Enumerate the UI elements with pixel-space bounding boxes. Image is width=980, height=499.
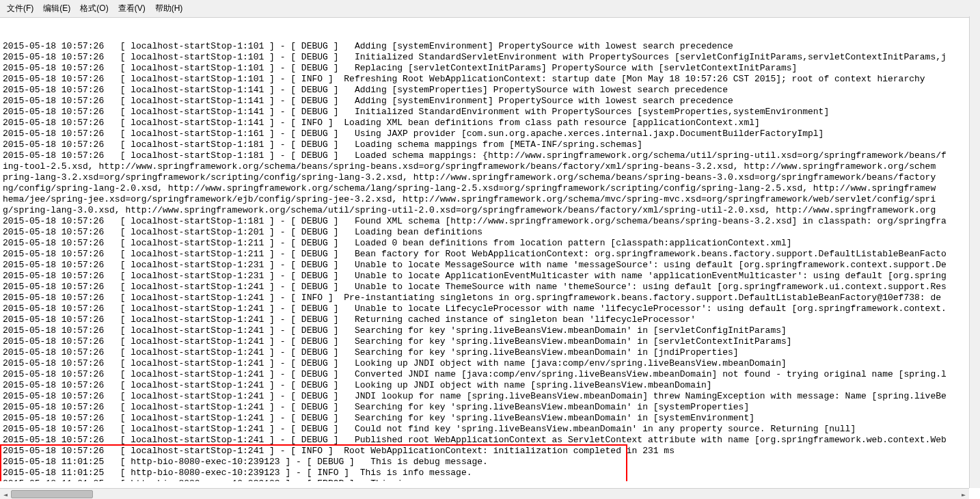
log-line: 2015-05-18 10:57:26 [ localhost-startSto… <box>3 424 977 435</box>
log-line: 2015-05-18 10:57:26 [ localhost-startSto… <box>3 336 977 347</box>
log-line: 2015-05-18 10:57:26 [ localhost-startSto… <box>3 347 977 358</box>
log-line: 2015-05-18 11:01:25 [ http-bio-8080-exec… <box>3 478 977 481</box>
menu-help[interactable]: 帮助(H) <box>151 1 187 16</box>
log-line: 2015-05-18 10:57:26 [ localhost-startSto… <box>3 325 977 336</box>
log-line: 2015-05-18 10:57:26 [ localhost-startSto… <box>3 96 977 107</box>
log-line: ing-tool-2.5.xsd, http://www.springframe… <box>3 161 977 172</box>
log-line: 2015-05-18 11:01:25 [ http-bio-8080-exec… <box>3 457 977 468</box>
log-text-area[interactable]: 2015-05-18 10:57:26 [ localhost-startSto… <box>0 18 980 481</box>
log-line: 2015-05-18 10:57:26 [ localhost-startSto… <box>3 369 977 380</box>
log-line: hema/jee/spring-jee.xsd=org/springframew… <box>3 194 977 205</box>
menu-format[interactable]: 格式(O) <box>76 1 112 16</box>
log-line: g/spring-lang-3.0.xsd, http://www.spring… <box>3 205 977 216</box>
menu-view[interactable]: 查看(V) <box>114 1 150 16</box>
horizontal-scrollbar-thumb[interactable] <box>11 490 93 498</box>
menu-bar: 文件(F) 编辑(E) 格式(O) 查看(V) 帮助(H) <box>0 0 980 18</box>
log-line: 2015-05-18 10:57:26 [ localhost-startSto… <box>3 282 977 293</box>
log-line: 2015-05-18 10:57:26 [ localhost-startSto… <box>3 446 977 457</box>
log-line: ng/config/spring-lang-2.0.xsd, http://ww… <box>3 183 977 194</box>
log-line: 2015-05-18 10:57:26 [ localhost-startSto… <box>3 293 977 304</box>
log-line: 2015-05-18 10:57:26 [ localhost-startSto… <box>3 391 977 402</box>
log-line: 2015-05-18 10:57:26 [ localhost-startSto… <box>3 314 977 325</box>
log-line: 2015-05-18 10:57:26 [ localhost-startSto… <box>3 260 977 271</box>
log-line: 2015-05-18 10:57:26 [ localhost-startSto… <box>3 139 977 150</box>
vertical-scrollbar[interactable] <box>969 16 980 488</box>
log-line: 2015-05-18 10:57:26 [ localhost-startSto… <box>3 150 977 161</box>
scroll-left-arrow[interactable]: ◄ <box>0 489 11 499</box>
log-line: 2015-05-18 10:57:26 [ localhost-startSto… <box>3 118 977 129</box>
menu-edit[interactable]: 编辑(E) <box>39 1 74 16</box>
log-line: 2015-05-18 10:57:26 [ localhost-startSto… <box>3 249 977 260</box>
log-line: 2015-05-18 10:57:26 [ localhost-startSto… <box>3 85 977 96</box>
menu-file[interactable]: 文件(F) <box>3 1 38 16</box>
log-line: 2015-05-18 10:57:26 [ localhost-startSto… <box>3 402 977 413</box>
log-line: 2015-05-18 10:57:26 [ localhost-startSto… <box>3 271 977 282</box>
log-line: 2015-05-18 10:57:26 [ localhost-startSto… <box>3 74 977 85</box>
log-line: 2015-05-18 10:57:26 [ localhost-startSto… <box>3 380 977 391</box>
log-line: 2015-05-18 10:57:26 [ localhost-startSto… <box>3 63 977 74</box>
log-line: 2015-05-18 10:57:26 [ localhost-startSto… <box>3 227 977 238</box>
log-line: 2015-05-18 10:57:26 [ localhost-startSto… <box>3 216 977 227</box>
log-line: 2015-05-18 10:57:26 [ localhost-startSto… <box>3 41 977 52</box>
log-line: 2015-05-18 10:57:26 [ localhost-startSto… <box>3 52 977 63</box>
log-line: 2015-05-18 10:57:26 [ localhost-startSto… <box>3 129 977 139</box>
log-line: 2015-05-18 10:57:26 [ localhost-startSto… <box>3 413 977 424</box>
scroll-right-arrow[interactable]: ► <box>958 489 969 499</box>
log-line: 2015-05-18 10:57:26 [ localhost-startSto… <box>3 358 977 369</box>
horizontal-scrollbar[interactable]: ◄ ► <box>0 488 969 499</box>
log-line: 2015-05-18 10:57:26 [ localhost-startSto… <box>3 238 977 249</box>
log-line: 2015-05-18 10:57:26 [ localhost-startSto… <box>3 107 977 118</box>
log-line: 2015-05-18 10:57:26 [ localhost-startSto… <box>3 435 977 446</box>
log-line: 2015-05-18 10:57:26 [ localhost-startSto… <box>3 304 977 314</box>
log-line: pring-lang-3.2.xsd=org/springframework/s… <box>3 172 977 183</box>
log-line: 2015-05-18 11:01:25 [ http-bio-8080-exec… <box>3 468 977 478</box>
